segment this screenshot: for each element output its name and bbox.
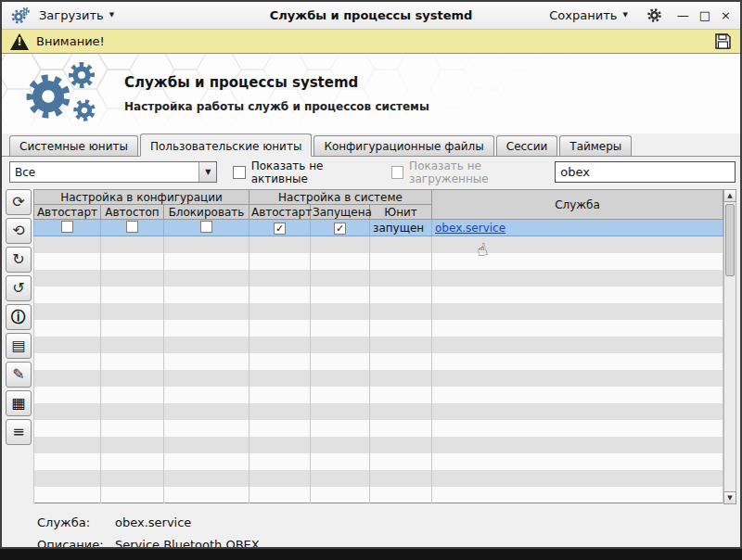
- table-row-empty[interactable]: [34, 403, 723, 420]
- save-button[interactable]: Сохранить ▼: [545, 6, 632, 24]
- reload-icon: ⟲: [12, 223, 24, 238]
- checkbox-conf-autostart[interactable]: [61, 221, 73, 233]
- show-unloaded-checkbox[interactable]: Показать не загруженные: [391, 159, 555, 185]
- table-row-empty[interactable]: [34, 487, 723, 503]
- checkbox-conf-block[interactable]: [200, 221, 212, 233]
- scroll-down-icon: ▼: [727, 495, 732, 502]
- document-button[interactable]: ▤: [6, 333, 32, 359]
- scroll-down-button[interactable]: ▼: [723, 491, 736, 504]
- search-input[interactable]: [555, 161, 736, 183]
- settings-gear-icon[interactable]: [646, 7, 662, 23]
- hero-header: Службы и процессы systemd Настройка рабо…: [2, 54, 740, 134]
- table-row-empty[interactable]: [34, 303, 723, 320]
- page-subtitle: Настройка работы служб и процессов систе…: [124, 100, 429, 113]
- table-row-selected[interactable]: ✓ ✓ запущен obex.service: [34, 220, 723, 236]
- unit-filter-select[interactable]: Все ▼: [9, 161, 217, 183]
- reload-button[interactable]: ⟲: [6, 218, 32, 244]
- unit-filter-value: Все: [10, 162, 198, 182]
- refresh-button[interactable]: ⟳: [6, 189, 32, 215]
- table-row-empty[interactable]: [34, 353, 723, 370]
- units-table-wrap: Настройка в конфигурации Настройка в сис…: [33, 189, 723, 503]
- chevron-down-icon: ▼: [622, 12, 627, 19]
- column-header-service[interactable]: Служба: [432, 190, 723, 220]
- refresh-icon: ⟳: [12, 195, 24, 210]
- tab-timers[interactable]: Таймеры: [559, 135, 632, 156]
- document-icon: ▤: [11, 338, 25, 353]
- page-title: Службы и процессы systemd: [124, 74, 429, 91]
- chevron-down-icon: ▼: [205, 169, 211, 176]
- checkbox-box[interactable]: [233, 166, 245, 179]
- service-value: obex.service: [115, 515, 191, 529]
- scroll-up-button[interactable]: ▲: [723, 189, 736, 202]
- column-header-conf-autostart[interactable]: Автостарт: [34, 205, 101, 220]
- description-value: Service Bluetooth OBEX: [115, 538, 260, 549]
- table-row-empty[interactable]: [34, 387, 723, 403]
- table-row-empty[interactable]: [34, 420, 723, 437]
- show-inactive-label: Показать не активные: [251, 159, 376, 185]
- service-label: Служба:: [37, 515, 115, 529]
- close-button[interactable]: ×: [721, 9, 731, 21]
- undo-icon: ↺: [12, 281, 24, 296]
- table-row-empty[interactable]: [34, 253, 723, 270]
- tab-user-units[interactable]: Пользовательские юниты: [140, 134, 312, 157]
- window-title: Службы и процессы systemd: [270, 8, 473, 22]
- window-controls: — □ ×: [677, 9, 731, 21]
- load-button-label: Загрузить: [39, 8, 104, 22]
- table-row-empty[interactable]: [34, 370, 723, 387]
- checkbox-box[interactable]: [391, 166, 403, 179]
- tab-system-units[interactable]: Системные юниты: [9, 135, 138, 156]
- table-row-empty[interactable]: [34, 437, 723, 453]
- table-row-empty[interactable]: [34, 453, 723, 470]
- vertical-scrollbar[interactable]: ▲ ▼: [723, 189, 736, 504]
- info-icon: ⓘ: [11, 310, 26, 325]
- table-row-empty[interactable]: [34, 470, 723, 487]
- warning-message: Внимание!: [36, 34, 105, 48]
- table-row-empty[interactable]: [34, 270, 723, 286]
- table-body: ✓ ✓ запущен obex.service: [34, 220, 723, 503]
- main-area: ⟳ ⟲ ↻ ↺ ⓘ ▤ ✎ ▦ ≡ Настройка в конфигурац…: [2, 187, 740, 504]
- table-row-empty[interactable]: [34, 320, 723, 337]
- tab-sessions[interactable]: Сессии: [496, 135, 558, 156]
- maximize-button[interactable]: □: [699, 9, 710, 21]
- tool-column: ⟳ ⟲ ↻ ↺ ⓘ ▤ ✎ ▦ ≡: [6, 189, 32, 445]
- column-header-conf-block[interactable]: Блокировать: [164, 205, 249, 220]
- service-link[interactable]: obex.service: [435, 222, 505, 235]
- load-button[interactable]: Загрузить ▼: [35, 6, 118, 24]
- info-button[interactable]: ⓘ: [6, 304, 32, 330]
- table-row-empty[interactable]: [34, 337, 723, 353]
- column-header-sys-running[interactable]: Запущена: [311, 205, 370, 220]
- filter-bar: Все ▼ Показать не активные Показать не з…: [2, 157, 740, 187]
- column-header-sys-autostart[interactable]: Автостарт: [249, 205, 311, 220]
- select-dropdown-button[interactable]: ▼: [198, 162, 216, 182]
- scrollbar-thumb[interactable]: [725, 204, 735, 276]
- checkbox-sys-running[interactable]: ✓: [334, 223, 346, 235]
- show-inactive-checkbox[interactable]: Показать не активные: [233, 159, 375, 185]
- list-icon: ≡: [12, 425, 24, 439]
- save-file-icon[interactable]: [714, 32, 732, 50]
- chevron-down-icon: ▼: [109, 12, 114, 19]
- details-panel: Служба: obex.service Описание: Service B…: [2, 504, 740, 549]
- minimize-button[interactable]: —: [677, 9, 689, 21]
- scroll-up-icon: ▲: [727, 193, 732, 199]
- show-unloaded-label: Показать не загруженные: [409, 159, 555, 185]
- save-button-label: Сохранить: [549, 8, 617, 22]
- column-header-conf-autostop[interactable]: Автостоп: [101, 205, 164, 220]
- table-row-empty[interactable]: [34, 286, 723, 303]
- checkbox-conf-autostop[interactable]: [126, 221, 138, 233]
- tab-bar: Системные юниты Пользовательские юниты К…: [2, 134, 740, 157]
- edit-button[interactable]: ✎: [6, 362, 32, 388]
- table-row-empty[interactable]: [34, 236, 723, 253]
- list-button[interactable]: ≡: [6, 419, 32, 445]
- hero-gears-icon: [17, 57, 109, 130]
- column-header-unit[interactable]: Юнит: [370, 205, 432, 220]
- checkbox-sys-autostart[interactable]: ✓: [274, 223, 286, 235]
- warning-bar: ! Внимание!: [2, 30, 740, 54]
- tab-config-files[interactable]: Конфигурационные файлы: [313, 135, 493, 156]
- description-label: Описание:: [37, 538, 115, 549]
- app-gears-icon: [11, 6, 30, 25]
- undo-button[interactable]: ↺: [6, 275, 32, 301]
- scrollbar-track[interactable]: [724, 202, 736, 491]
- redo-button[interactable]: ↻: [6, 247, 32, 273]
- log-button[interactable]: ▦: [6, 390, 32, 416]
- redo-icon: ↻: [12, 252, 24, 267]
